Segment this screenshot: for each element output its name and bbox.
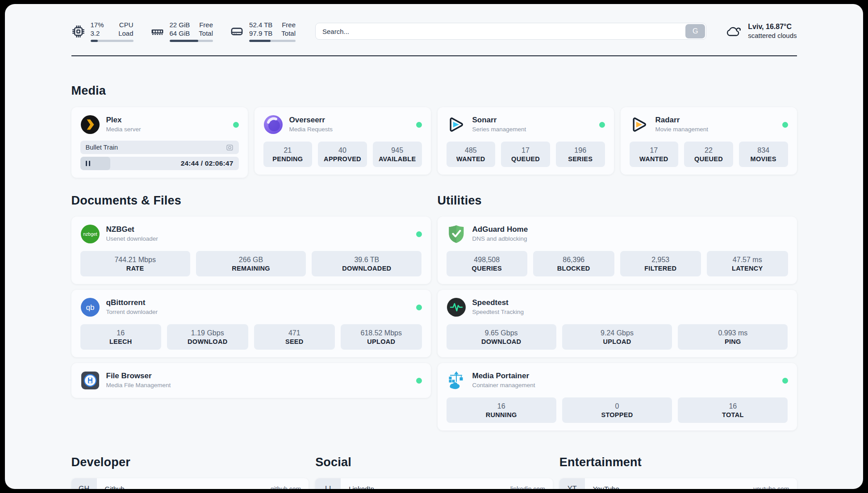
- search-input[interactable]: [315, 23, 706, 40]
- app-subtitle: Series management: [472, 125, 526, 134]
- section-entertainment: Entertainment YT YouTube youtube.com NF …: [559, 455, 797, 489]
- ram-free-label: Free: [199, 21, 213, 29]
- app-card-overseerr[interactable]: Overseerr Media Requests 21PENDING 40APP…: [255, 107, 431, 175]
- app-card-adguard[interactable]: AdGuard Home DNS and adblocking 498,508Q…: [438, 217, 797, 284]
- ram-free-value: 22 GiB: [170, 21, 190, 29]
- stat-leech: 16LEECH: [80, 324, 162, 350]
- linkedin-initials-icon: LI: [315, 478, 341, 489]
- stat-blocked: 86,396BLOCKED: [533, 251, 614, 276]
- app-subtitle: Usenet downloader: [106, 234, 158, 243]
- app-name: Overseerr: [289, 115, 333, 125]
- disk-free-value: 52.4 TB: [249, 21, 272, 29]
- app-subtitle: Media Requests: [289, 125, 333, 134]
- sonarr-icon: [447, 115, 466, 134]
- ram-total-value: 64 GiB: [170, 29, 190, 38]
- disk-free-label: Free: [282, 21, 296, 29]
- stat-seed: 471SEED: [254, 324, 335, 350]
- status-dot: [416, 378, 422, 384]
- app-subtitle: Torrent downloader: [106, 307, 158, 317]
- cpu-percent: 17%: [91, 21, 104, 29]
- app-subtitle: Movie management: [655, 125, 709, 134]
- app-name: File Browser: [106, 371, 171, 380]
- portainer-icon: [447, 371, 466, 390]
- stat-approved: 40APPROVED: [318, 142, 367, 167]
- section-title-media: Media: [71, 84, 797, 98]
- youtube-initials-icon: YT: [559, 478, 585, 489]
- app-subtitle: DNS and adblocking: [472, 234, 528, 243]
- app-card-sonarr[interactable]: Sonarr Series management 485WANTED 17QUE…: [438, 107, 614, 175]
- cpu-icon: [71, 25, 85, 38]
- stat-download: 9.65 GbpsDOWNLOAD: [447, 324, 556, 350]
- weather-condition: scattered clouds: [748, 31, 797, 40]
- stat-remaining: 266 GBREMAINING: [196, 251, 306, 276]
- now-playing-title: Bullet Train: [86, 144, 118, 151]
- app-name: NZBGet: [106, 225, 158, 234]
- app-card-speedtest[interactable]: Speedtest Speedtest Tracking 9.65 GbpsDO…: [438, 290, 797, 357]
- section-developer: Developer GH Github github.com SO StackO…: [71, 455, 309, 489]
- disk-total-value: 97.9 TB: [249, 29, 272, 38]
- search-go-button[interactable]: G: [685, 24, 705, 38]
- cloud-icon: [725, 23, 742, 40]
- link-youtube[interactable]: YT YouTube youtube.com: [559, 478, 797, 489]
- disk-total-label: Total: [281, 29, 296, 38]
- qbittorrent-icon: qb: [80, 297, 100, 317]
- disk-progress-bar: [249, 40, 296, 42]
- status-dot: [599, 122, 605, 128]
- link-linkedin[interactable]: LI LinkedIn linkedin.com: [315, 478, 553, 489]
- ram-icon: [150, 25, 164, 38]
- section-social: Social LI LinkedIn linkedin.com TW Twitt…: [315, 455, 553, 489]
- radarr-icon: [630, 115, 649, 134]
- link-github[interactable]: GH Github github.com: [71, 478, 309, 489]
- stat-latency: 47.57 msLATENCY: [707, 251, 788, 276]
- app-card-plex[interactable]: Plex Media server Bullet Train 24:44 / 0…: [71, 107, 248, 178]
- status-dot: [416, 305, 422, 310]
- app-name: Speedtest: [472, 298, 524, 307]
- github-initials-icon: GH: [71, 478, 97, 489]
- ram-total-label: Total: [199, 29, 213, 38]
- app-name: AdGuard Home: [472, 225, 528, 234]
- app-name: qBittorrent: [106, 298, 158, 307]
- app-subtitle: Container management: [472, 380, 535, 390]
- stat-queued: 22QUEUED: [684, 142, 733, 167]
- stat-queued: 17QUEUED: [501, 142, 550, 167]
- app-card-radarr[interactable]: Radarr Movie management 17WANTED 22QUEUE…: [621, 107, 797, 175]
- system-stats: 17%CPU 3.2Load 22 GiBFree 64 GiBTotal: [71, 21, 296, 42]
- app-subtitle: Speedtest Tracking: [472, 307, 524, 317]
- weather-widget: Lviv, 16.87°C scattered clouds: [725, 22, 797, 40]
- cpu-stat: 17%CPU 3.2Load: [71, 21, 134, 42]
- app-card-nzbget[interactable]: nzbget NZBGet Usenet downloader 744.21 M…: [71, 217, 431, 284]
- overseerr-icon: [263, 115, 283, 134]
- ram-progress-bar: [170, 40, 213, 42]
- section-title-entertainment: Entertainment: [559, 455, 797, 469]
- section-title-developer: Developer: [71, 455, 309, 469]
- stat-wanted: 485WANTED: [447, 142, 496, 167]
- cpu-label: CPU: [119, 21, 134, 29]
- search-bar: G: [315, 23, 706, 40]
- cpu-load-label: Load: [118, 29, 133, 38]
- stat-ping: 0.993 msPING: [678, 324, 788, 350]
- pause-icon[interactable]: [86, 161, 91, 166]
- app-name: Plex: [106, 115, 141, 125]
- app-card-qbittorrent[interactable]: qb qBittorrent Torrent downloader 16LEEC…: [71, 290, 431, 357]
- stat-available: 945AVAILABLE: [373, 142, 422, 167]
- status-dot: [416, 231, 422, 237]
- stat-filtered: 2,953FILTERED: [620, 251, 701, 276]
- status-dot: [782, 122, 788, 128]
- playback-time: 24:44 / 02:06:47: [181, 159, 234, 167]
- app-card-filebrowser[interactable]: File Browser Media File Management: [71, 363, 431, 398]
- camera-icon: [226, 144, 234, 151]
- stat-upload: 618.52 MbpsUPLOAD: [341, 324, 422, 350]
- now-playing-row: Bullet Train: [80, 141, 239, 154]
- playback-progress-bar[interactable]: 24:44 / 02:06:47: [80, 157, 239, 170]
- adguard-icon: [447, 224, 466, 244]
- stat-wanted: 17WANTED: [630, 142, 679, 167]
- filebrowser-icon: [80, 371, 100, 390]
- disk-stat: 52.4 TBFree 97.9 TBTotal: [230, 21, 296, 42]
- stat-queries: 498,508QUERIES: [447, 251, 528, 276]
- section-utilities: Utilities: [438, 194, 797, 430]
- section-title-social: Social: [315, 455, 553, 469]
- speedtest-icon: [447, 297, 466, 317]
- app-card-portainer[interactable]: Media Portainer Container management 16R…: [438, 363, 797, 430]
- plex-icon: [80, 115, 100, 134]
- stat-running: 16RUNNING: [447, 397, 556, 423]
